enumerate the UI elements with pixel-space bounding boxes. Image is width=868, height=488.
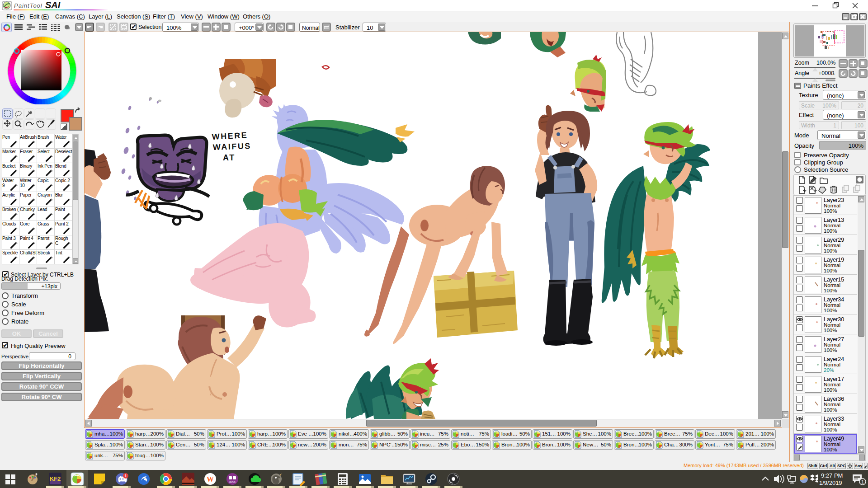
svg-text:AT: AT	[223, 153, 236, 162]
svg-text:1: 1	[861, 479, 864, 484]
svg-text:W: W	[207, 475, 214, 483]
svg-text:GOG: GOG	[229, 481, 236, 483]
svg-text:1: 1	[124, 474, 127, 478]
svg-text:WHERE: WHERE	[212, 131, 248, 141]
svg-text:WAIFUS: WAIFUS	[212, 141, 251, 152]
svg-text:KF2: KF2	[50, 475, 61, 482]
